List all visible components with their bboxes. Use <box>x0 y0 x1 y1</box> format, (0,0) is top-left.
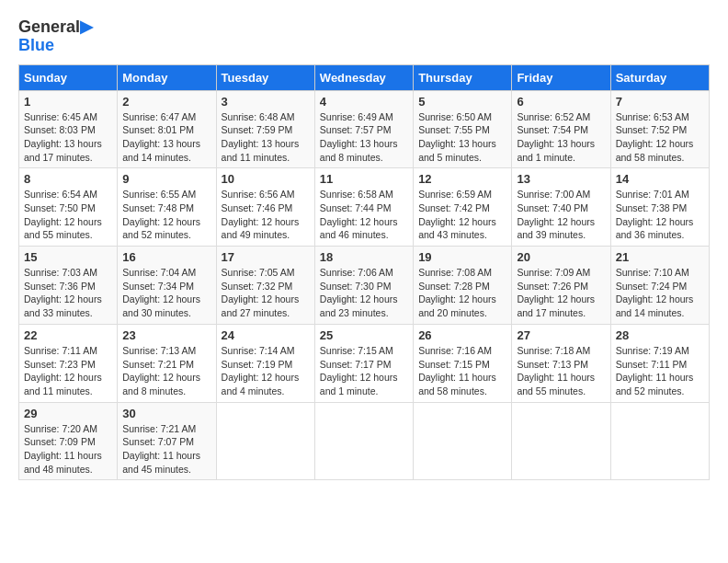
day-cell: 22 Sunrise: 7:11 AM Sunset: 7:23 PM Dayl… <box>19 324 118 402</box>
day-cell: 4 Sunrise: 6:49 AM Sunset: 7:57 PM Dayli… <box>314 90 413 168</box>
week-row-3: 15 Sunrise: 7:03 AM Sunset: 7:36 PM Dayl… <box>19 247 710 325</box>
day-cell: 21 Sunrise: 7:10 AM Sunset: 7:24 PM Dayl… <box>610 247 709 325</box>
day-cell: 12 Sunrise: 6:59 AM Sunset: 7:42 PM Dayl… <box>414 168 512 247</box>
day-cell: 23 Sunrise: 7:13 AM Sunset: 7:21 PM Dayl… <box>118 324 216 402</box>
day-detail: Sunrise: 6:45 AM Sunset: 8:03 PM Dayligh… <box>24 110 112 165</box>
day-number: 11 <box>320 172 408 186</box>
day-number: 23 <box>122 328 210 342</box>
day-cell: 28 Sunrise: 7:19 AM Sunset: 7:11 PM Dayl… <box>610 324 709 402</box>
day-number: 28 <box>616 328 704 342</box>
day-detail: Sunrise: 7:13 AM Sunset: 7:21 PM Dayligh… <box>122 344 210 398</box>
day-number: 10 <box>222 172 310 186</box>
logo-blue: Blue <box>18 37 93 55</box>
day-cell: 19 Sunrise: 7:08 AM Sunset: 7:28 PM Dayl… <box>414 247 512 325</box>
day-detail: Sunrise: 7:03 AM Sunset: 7:36 PM Dayligh… <box>24 266 112 320</box>
day-cell: 5 Sunrise: 6:50 AM Sunset: 7:55 PM Dayli… <box>414 90 512 168</box>
day-number: 14 <box>616 172 704 186</box>
day-cell: 17 Sunrise: 7:05 AM Sunset: 7:32 PM Dayl… <box>216 247 314 325</box>
day-cell: 6 Sunrise: 6:52 AM Sunset: 7:54 PM Dayli… <box>512 90 610 168</box>
header-cell-saturday: Saturday <box>610 64 709 90</box>
day-number: 20 <box>517 250 605 264</box>
day-detail: Sunrise: 7:18 AM Sunset: 7:13 PM Dayligh… <box>517 344 605 398</box>
day-detail: Sunrise: 6:54 AM Sunset: 7:50 PM Dayligh… <box>24 188 112 242</box>
day-number: 6 <box>517 95 605 109</box>
day-detail: Sunrise: 7:08 AM Sunset: 7:28 PM Dayligh… <box>418 266 506 320</box>
day-detail: Sunrise: 7:21 AM Sunset: 7:07 PM Dayligh… <box>122 422 210 477</box>
day-cell: 14 Sunrise: 7:01 AM Sunset: 7:38 PM Dayl… <box>610 168 709 247</box>
logo-general: General▶ <box>18 18 93 37</box>
day-detail: Sunrise: 6:47 AM Sunset: 8:01 PM Dayligh… <box>122 110 210 165</box>
day-number: 2 <box>122 95 210 109</box>
day-number: 29 <box>24 407 112 420</box>
day-cell: 3 Sunrise: 6:48 AM Sunset: 7:59 PM Dayli… <box>216 90 314 168</box>
page-header: General▶ Blue <box>18 18 710 55</box>
day-number: 22 <box>24 328 112 342</box>
week-row-1: 1 Sunrise: 6:45 AM Sunset: 8:03 PM Dayli… <box>19 90 710 168</box>
day-detail: Sunrise: 7:09 AM Sunset: 7:26 PM Dayligh… <box>517 266 605 320</box>
day-cell: 25 Sunrise: 7:15 AM Sunset: 7:17 PM Dayl… <box>314 324 413 402</box>
day-number: 3 <box>222 95 310 109</box>
day-detail: Sunrise: 7:16 AM Sunset: 7:15 PM Dayligh… <box>418 344 506 398</box>
day-number: 15 <box>24 250 112 264</box>
day-cell: 26 Sunrise: 7:16 AM Sunset: 7:15 PM Dayl… <box>414 324 512 402</box>
day-number: 27 <box>517 328 605 342</box>
day-cell: 13 Sunrise: 7:00 AM Sunset: 7:40 PM Dayl… <box>512 168 610 247</box>
header-cell-thursday: Thursday <box>414 64 512 90</box>
day-number: 30 <box>122 407 210 420</box>
day-number: 25 <box>320 328 408 342</box>
day-number: 21 <box>616 250 704 264</box>
day-number: 1 <box>24 95 112 109</box>
day-detail: Sunrise: 7:04 AM Sunset: 7:34 PM Dayligh… <box>122 266 210 320</box>
day-detail: Sunrise: 6:56 AM Sunset: 7:46 PM Dayligh… <box>222 188 310 242</box>
day-cell: 7 Sunrise: 6:53 AM Sunset: 7:52 PM Dayli… <box>610 90 709 168</box>
day-number: 17 <box>222 250 310 264</box>
day-cell: 27 Sunrise: 7:18 AM Sunset: 7:13 PM Dayl… <box>512 324 610 402</box>
day-cell: 20 Sunrise: 7:09 AM Sunset: 7:26 PM Dayl… <box>512 247 610 325</box>
day-detail: Sunrise: 6:55 AM Sunset: 7:48 PM Dayligh… <box>122 188 210 242</box>
day-cell: 30 Sunrise: 7:21 AM Sunset: 7:07 PM Dayl… <box>118 402 216 480</box>
day-cell: 10 Sunrise: 6:56 AM Sunset: 7:46 PM Dayl… <box>216 168 314 247</box>
header-cell-monday: Monday <box>118 64 216 90</box>
day-detail: Sunrise: 6:53 AM Sunset: 7:52 PM Dayligh… <box>616 110 704 165</box>
day-detail: Sunrise: 7:00 AM Sunset: 7:40 PM Dayligh… <box>517 188 605 242</box>
header-cell-tuesday: Tuesday <box>216 64 314 90</box>
logo-container: General▶ Blue <box>18 18 93 55</box>
logo: General▶ Blue <box>18 18 93 55</box>
day-cell: 11 Sunrise: 6:58 AM Sunset: 7:44 PM Dayl… <box>314 168 413 247</box>
day-cell: 1 Sunrise: 6:45 AM Sunset: 8:03 PM Dayli… <box>19 90 118 168</box>
day-number: 8 <box>24 172 112 186</box>
day-detail: Sunrise: 7:19 AM Sunset: 7:11 PM Dayligh… <box>616 344 704 398</box>
day-cell <box>512 402 610 480</box>
day-cell: 29 Sunrise: 7:20 AM Sunset: 7:09 PM Dayl… <box>19 402 118 480</box>
day-number: 19 <box>418 250 506 264</box>
day-cell: 8 Sunrise: 6:54 AM Sunset: 7:50 PM Dayli… <box>19 168 118 247</box>
day-detail: Sunrise: 7:06 AM Sunset: 7:30 PM Dayligh… <box>320 266 408 320</box>
day-detail: Sunrise: 6:59 AM Sunset: 7:42 PM Dayligh… <box>418 188 506 242</box>
day-number: 26 <box>418 328 506 342</box>
day-detail: Sunrise: 6:48 AM Sunset: 7:59 PM Dayligh… <box>222 110 310 165</box>
week-row-5: 29 Sunrise: 7:20 AM Sunset: 7:09 PM Dayl… <box>19 402 710 480</box>
day-number: 7 <box>616 95 704 109</box>
day-detail: Sunrise: 7:14 AM Sunset: 7:19 PM Dayligh… <box>222 344 310 398</box>
day-detail: Sunrise: 6:50 AM Sunset: 7:55 PM Dayligh… <box>418 110 506 165</box>
week-row-4: 22 Sunrise: 7:11 AM Sunset: 7:23 PM Dayl… <box>19 324 710 402</box>
day-detail: Sunrise: 7:20 AM Sunset: 7:09 PM Dayligh… <box>24 422 112 477</box>
day-cell <box>610 402 709 480</box>
day-detail: Sunrise: 7:11 AM Sunset: 7:23 PM Dayligh… <box>24 344 112 398</box>
header-cell-wednesday: Wednesday <box>314 64 413 90</box>
day-cell: 16 Sunrise: 7:04 AM Sunset: 7:34 PM Dayl… <box>118 247 216 325</box>
day-number: 4 <box>320 95 408 109</box>
day-detail: Sunrise: 7:15 AM Sunset: 7:17 PM Dayligh… <box>320 344 408 398</box>
day-detail: Sunrise: 6:52 AM Sunset: 7:54 PM Dayligh… <box>517 110 605 165</box>
day-cell <box>314 402 413 480</box>
day-number: 5 <box>418 95 506 109</box>
day-detail: Sunrise: 7:05 AM Sunset: 7:32 PM Dayligh… <box>222 266 310 320</box>
day-number: 16 <box>122 250 210 264</box>
day-number: 12 <box>418 172 506 186</box>
day-cell: 24 Sunrise: 7:14 AM Sunset: 7:19 PM Dayl… <box>216 324 314 402</box>
day-number: 24 <box>222 328 310 342</box>
day-cell <box>216 402 314 480</box>
day-number: 18 <box>320 250 408 264</box>
day-detail: Sunrise: 6:58 AM Sunset: 7:44 PM Dayligh… <box>320 188 408 242</box>
day-cell: 18 Sunrise: 7:06 AM Sunset: 7:30 PM Dayl… <box>314 247 413 325</box>
